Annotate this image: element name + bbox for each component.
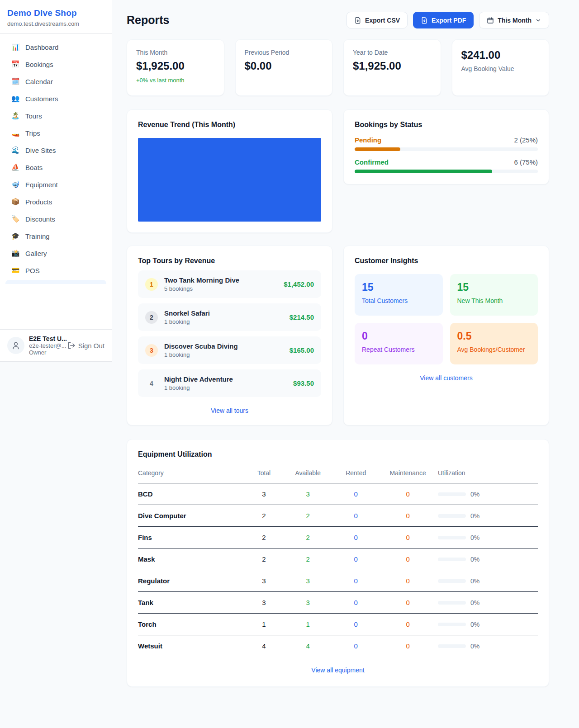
sidebar-item-customers[interactable]: 👥Customers xyxy=(5,90,106,107)
progress-track xyxy=(355,170,538,173)
rank-badge: 2 xyxy=(145,311,158,324)
export-csv-label: Export CSV xyxy=(365,17,400,24)
bookings-by-status-title: Bookings by Status xyxy=(355,121,538,129)
cell-total: 2 xyxy=(246,505,282,527)
cell-total: 1 xyxy=(246,614,282,635)
view-all-customers-link[interactable]: View all customers xyxy=(355,374,538,382)
main-content: Reports Export CSV Export PDF This Month… xyxy=(112,0,579,705)
cell-maintenance: 0 xyxy=(378,483,438,505)
progress-fill xyxy=(355,170,492,173)
sidebar-item-training[interactable]: 🎓Training xyxy=(5,227,106,245)
sign-out-button[interactable]: Sign Out xyxy=(67,341,104,350)
stat-value: $241.00 xyxy=(461,49,540,61)
sidebar-item-reports-active-partial[interactable] xyxy=(5,280,106,284)
equipment-utilization-card: Equipment Utilization Category Total Ava… xyxy=(127,439,549,687)
utilization-pct: 0% xyxy=(470,534,479,541)
tour-bookings: 1 booking xyxy=(164,384,233,391)
sailboat-icon: ⛵ xyxy=(11,163,20,171)
stat-label: Previous Period xyxy=(245,49,323,56)
table-row: Dive Computer 2 2 0 0 0% xyxy=(138,505,538,527)
sidebar-item-trips[interactable]: 🚤Trips xyxy=(5,124,106,142)
stat-cards-row: This Month $1,925.00 +0% vs last month P… xyxy=(127,39,549,96)
cell-maintenance: 0 xyxy=(378,570,438,592)
diving-mask-icon: 🤿 xyxy=(11,180,20,189)
sidebar-item-label: Training xyxy=(25,232,50,240)
sidebar-item-dive-sites[interactable]: 🌊Dive Sites xyxy=(5,142,106,159)
sidebar-item-discounts[interactable]: 🏷️Discounts xyxy=(5,210,106,227)
col-category: Category xyxy=(138,465,246,483)
table-row: Torch 1 1 0 0 0% xyxy=(138,614,538,635)
cell-rented: 0 xyxy=(334,592,378,614)
progress-fill xyxy=(355,147,400,151)
status-count: 6 (75%) xyxy=(514,158,538,166)
progress-track xyxy=(355,147,538,151)
customer-insights-title: Customer Insights xyxy=(355,257,538,265)
sidebar-item-pos[interactable]: 💳POS xyxy=(5,262,106,279)
insight-repeat-customers: 0 Repeat Customers xyxy=(355,323,443,364)
package-icon: 📦 xyxy=(11,198,20,206)
sidebar-item-tours[interactable]: 🏝️Tours xyxy=(5,107,106,124)
col-maintenance: Maintenance xyxy=(378,465,438,483)
period-dropdown[interactable]: This Month xyxy=(479,12,549,28)
tour-bookings: 5 bookings xyxy=(164,285,239,292)
file-download-icon xyxy=(354,17,361,24)
view-all-tours-link[interactable]: View all tours xyxy=(138,407,321,414)
stat-card-previous-period: Previous Period $0.00 xyxy=(235,39,333,96)
utilization-bar xyxy=(438,579,466,583)
sidebar-item-dashboard[interactable]: 📊Dashboard xyxy=(5,38,106,56)
sidebar-item-equipment[interactable]: 🤿Equipment xyxy=(5,176,106,193)
page-header: Reports Export CSV Export PDF This Month xyxy=(127,12,549,28)
cell-maintenance: 0 xyxy=(378,635,438,657)
sidebar-item-calendar[interactable]: 🗓️Calendar xyxy=(5,73,106,90)
tour-name: Snorkel Safari xyxy=(164,309,210,317)
sidebar-item-label: Equipment xyxy=(25,181,58,189)
sidebar-item-boats[interactable]: ⛵Boats xyxy=(5,159,106,176)
utilization-cell: 0% xyxy=(438,643,538,650)
status-row-confirmed: Confirmed 6 (75%) xyxy=(355,158,538,173)
export-pdf-button[interactable]: Export PDF xyxy=(413,12,474,28)
tour-name: Discover Scuba Diving xyxy=(164,342,238,350)
tour-revenue: $1,452.00 xyxy=(284,280,314,288)
tour-revenue: $93.50 xyxy=(293,379,314,387)
stat-label: Year to Date xyxy=(353,49,432,56)
cell-available: 2 xyxy=(282,505,334,527)
stat-label: This Month xyxy=(136,49,215,56)
export-pdf-label: Export PDF xyxy=(432,17,466,24)
cell-total: 3 xyxy=(246,570,282,592)
sidebar-item-gallery[interactable]: 📸Gallery xyxy=(5,245,106,262)
status-row-pending: Pending 2 (25%) xyxy=(355,136,538,151)
col-rented: Rented xyxy=(334,465,378,483)
customer-insights-card: Customer Insights 15 Total Customers 15 … xyxy=(343,246,549,425)
cell-maintenance: 0 xyxy=(378,548,438,570)
table-row: Fins 2 2 0 0 0% xyxy=(138,527,538,548)
utilization-pct: 0% xyxy=(470,556,479,563)
sidebar-item-label: Trips xyxy=(25,129,40,137)
spiral-calendar-icon: 🗓️ xyxy=(11,77,20,85)
cell-available: 3 xyxy=(282,483,334,505)
cell-maintenance: 0 xyxy=(378,614,438,635)
insight-value: 15 xyxy=(457,281,531,293)
sidebar-item-products[interactable]: 📦Products xyxy=(5,193,106,210)
sidebar: Demo Dive Shop demo.test.divestreams.com… xyxy=(0,0,112,362)
graduation-cap-icon: 🎓 xyxy=(11,232,20,240)
cell-available: 3 xyxy=(282,570,334,592)
stat-card-avg-booking-value: $241.00 Avg Booking Value xyxy=(452,39,550,96)
insight-label: Repeat Customers xyxy=(362,346,436,353)
cell-rented: 0 xyxy=(334,570,378,592)
col-available: Available xyxy=(282,465,334,483)
tour-row: 4 Night Dive Adventure 1 booking $93.50 xyxy=(138,369,321,397)
export-csv-button[interactable]: Export CSV xyxy=(346,12,408,28)
stat-card-year-to-date: Year to Date $1,925.00 xyxy=(343,39,441,96)
people-icon: 👥 xyxy=(11,95,20,103)
utilization-bar xyxy=(438,623,466,626)
bar-chart-icon: 📊 xyxy=(11,43,20,51)
sidebar-item-label: Customers xyxy=(25,95,58,103)
insight-value: 0 xyxy=(362,330,436,342)
user-info: E2E Test U... e2e-tester@... Owner xyxy=(29,335,63,356)
view-all-equipment-link[interactable]: View all equipment xyxy=(138,667,538,674)
sidebar-item-bookings[interactable]: 📅Bookings xyxy=(5,56,106,73)
insight-avg-bookings: 0.5 Avg Bookings/Customer xyxy=(450,323,538,364)
table-row: BCD 3 3 0 0 0% xyxy=(138,483,538,505)
cell-category: BCD xyxy=(138,483,246,505)
tour-bookings: 1 booking xyxy=(164,351,238,358)
